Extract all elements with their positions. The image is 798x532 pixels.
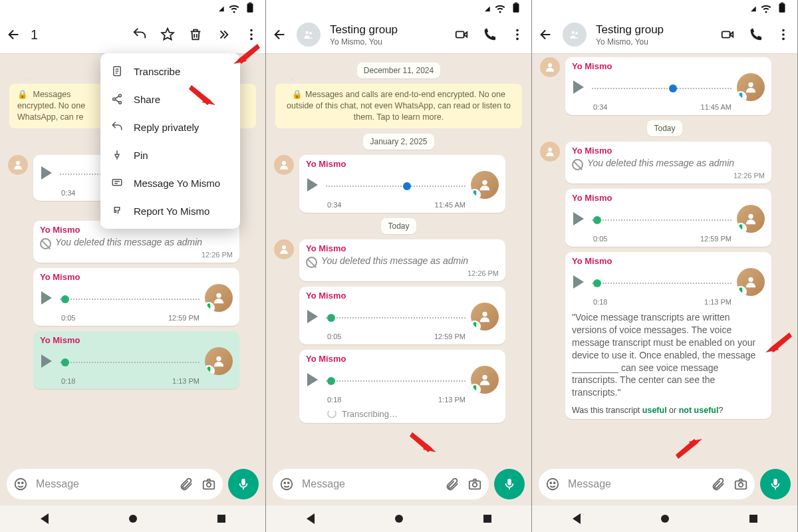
attach-icon[interactable] xyxy=(179,477,194,491)
voice-call-icon[interactable] xyxy=(482,27,497,42)
camera-icon[interactable] xyxy=(201,477,216,491)
sender-avatar[interactable] xyxy=(540,57,560,77)
voice-progress[interactable] xyxy=(326,380,466,383)
voice-progress[interactable] xyxy=(60,362,200,364)
message-input[interactable]: Message xyxy=(273,469,489,499)
message-time: 11:45 AM xyxy=(701,103,732,111)
nav-home-icon[interactable] xyxy=(661,515,669,523)
sender-avatar[interactable] xyxy=(274,239,294,259)
voice-message-bubble[interactable]: Yo Mismo 0:181:13 PM "Voice message tran… xyxy=(565,252,771,419)
voice-progress[interactable] xyxy=(326,317,466,320)
sender-avatar[interactable] xyxy=(274,155,294,175)
play-icon[interactable] xyxy=(307,178,318,192)
camera-icon[interactable] xyxy=(733,477,748,491)
camera-icon[interactable] xyxy=(467,477,482,491)
voice-call-icon[interactable] xyxy=(748,27,763,42)
sticker-icon[interactable] xyxy=(545,477,560,491)
voice-message-bubble[interactable]: Yo Mismo 0:0512:59 PM xyxy=(299,287,505,344)
video-call-icon[interactable] xyxy=(454,27,469,42)
voice-progress[interactable] xyxy=(326,186,466,188)
encryption-banner[interactable]: 🔒Messages and calls are end-to-end encry… xyxy=(275,84,522,128)
feedback-not-useful[interactable]: not useful xyxy=(679,406,719,415)
menu-transcribe[interactable]: Transcribe xyxy=(100,57,240,85)
composer: Message xyxy=(532,463,797,505)
menu-message-user[interactable]: Message Yo Mismo xyxy=(100,169,240,197)
back-icon[interactable] xyxy=(273,27,287,42)
wifi-icon xyxy=(494,2,506,14)
menu-reply-privately[interactable]: Reply privately xyxy=(100,113,240,141)
group-avatar[interactable] xyxy=(297,23,321,47)
svg-rect-16 xyxy=(112,180,122,186)
svg-point-35 xyxy=(282,161,286,165)
play-icon[interactable] xyxy=(41,291,52,305)
more-icon[interactable] xyxy=(244,27,259,42)
blocked-icon xyxy=(572,159,583,170)
back-icon[interactable] xyxy=(539,27,553,42)
play-icon[interactable] xyxy=(41,354,52,368)
play-icon[interactable] xyxy=(573,212,584,225)
play-icon[interactable] xyxy=(573,80,584,94)
status-bar: ◢ xyxy=(0,0,265,16)
menu-pin[interactable]: Pin xyxy=(100,141,240,169)
svg-point-59 xyxy=(548,63,552,67)
nav-back-icon[interactable] xyxy=(41,513,49,524)
sticker-icon[interactable] xyxy=(13,477,28,491)
mic-button[interactable] xyxy=(228,469,259,499)
nav-recent-icon[interactable] xyxy=(217,515,225,523)
nav-back-icon[interactable] xyxy=(573,513,581,524)
menu-report-user[interactable]: Report Yo Mismo xyxy=(100,197,240,225)
play-icon[interactable] xyxy=(307,373,318,386)
voice-message-bubble[interactable]: Yo Mismo 0:3411:45 AM xyxy=(299,155,505,213)
nav-back-icon[interactable] xyxy=(307,513,315,524)
back-icon[interactable] xyxy=(7,27,21,42)
mic-button[interactable] xyxy=(494,469,525,499)
sender-name: Yo Mismo xyxy=(40,335,233,345)
voice-message-bubble[interactable]: Yo Mismo 0:181:13 PM xyxy=(33,331,239,389)
group-icon xyxy=(303,29,315,41)
feedback-useful[interactable]: useful xyxy=(642,406,667,415)
voice-message-bubble[interactable]: Yo Mismo 0:0512:59 PM xyxy=(565,189,771,247)
nav-recent-icon[interactable] xyxy=(749,515,757,523)
more-icon[interactable] xyxy=(510,27,525,42)
play-icon[interactable] xyxy=(307,310,318,323)
svg-point-45 xyxy=(281,479,293,490)
voice-progress[interactable] xyxy=(592,219,732,222)
voice-message-bubble[interactable]: Yo Mismo 0:181:13 PM Transcribing… xyxy=(299,350,505,423)
sender-avatar[interactable] xyxy=(8,155,28,175)
chat-body[interactable]: Yo Mismo 0:3411:45 AM Today Yo Mismo You… xyxy=(532,53,797,463)
forward-icon[interactable] xyxy=(216,27,231,42)
voice-progress[interactable] xyxy=(592,88,732,90)
more-icon[interactable] xyxy=(776,27,791,42)
voice-progress[interactable] xyxy=(592,283,732,285)
message-time: 12:26 PM xyxy=(306,269,499,277)
group-avatar[interactable] xyxy=(563,23,587,47)
play-icon[interactable] xyxy=(41,166,52,180)
sender-name: Yo Mismo xyxy=(306,159,499,169)
chat-body[interactable]: December 11, 2024 🔒Messages and calls ar… xyxy=(266,53,531,463)
sender-avatar[interactable] xyxy=(540,142,560,162)
star-icon[interactable] xyxy=(160,27,175,42)
delete-icon[interactable] xyxy=(188,27,203,42)
reply-icon[interactable] xyxy=(132,27,147,42)
nav-home-icon[interactable] xyxy=(129,515,137,523)
svg-point-8 xyxy=(216,293,221,297)
chat-title-block[interactable]: Testing group Yo Mismo, You xyxy=(330,23,398,47)
attach-icon[interactable] xyxy=(711,477,726,491)
message-input[interactable]: Message xyxy=(539,469,755,499)
chat-title-block[interactable]: Testing group Yo Mismo, You xyxy=(596,23,664,47)
wifi-icon xyxy=(228,2,240,14)
sticker-icon[interactable] xyxy=(279,477,294,491)
voice-message-bubble[interactable]: Yo Mismo 0:3411:45 AM xyxy=(565,57,771,115)
menu-share[interactable]: Share xyxy=(100,85,240,113)
attach-icon[interactable] xyxy=(445,477,460,491)
voice-message-bubble[interactable]: Yo Mismo 0:0512:59 PM xyxy=(33,268,239,326)
voice-progress[interactable] xyxy=(60,299,200,301)
play-icon[interactable] xyxy=(573,275,584,289)
nav-recent-icon[interactable] xyxy=(483,515,491,523)
video-call-icon[interactable] xyxy=(720,27,735,42)
nav-home-icon[interactable] xyxy=(395,515,403,523)
mic-icon xyxy=(205,365,215,375)
message-input[interactable]: Message xyxy=(7,469,223,499)
mic-button[interactable] xyxy=(760,469,791,499)
message-icon xyxy=(111,177,123,189)
